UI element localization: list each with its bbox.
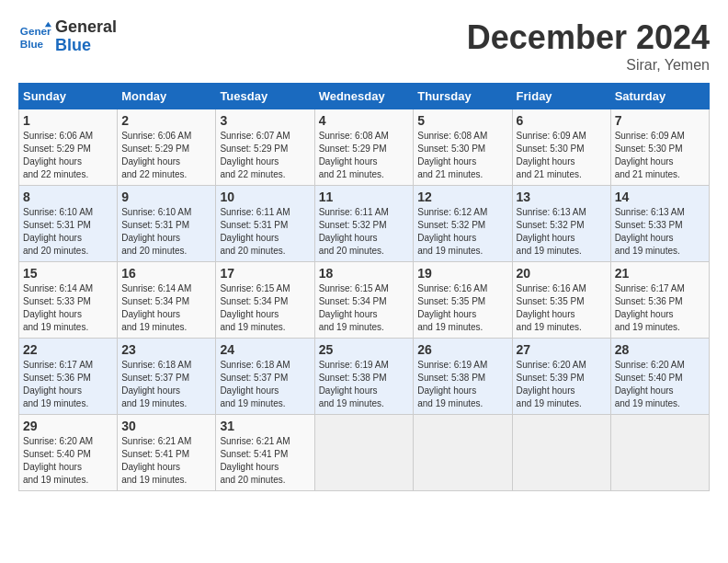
day-info: Sunrise: 6:11 AM Sunset: 5:31 PM Dayligh…	[220, 206, 310, 258]
day-info: Sunrise: 6:11 AM Sunset: 5:32 PM Dayligh…	[319, 206, 410, 258]
header-tuesday: Tuesday	[216, 84, 314, 109]
day-info: Sunrise: 6:12 AM Sunset: 5:32 PM Dayligh…	[417, 206, 507, 258]
header-wednesday: Wednesday	[314, 84, 414, 109]
calendar-cell	[610, 415, 709, 491]
day-number: 26	[417, 342, 507, 357]
calendar-cell	[512, 415, 610, 491]
day-number: 24	[220, 342, 310, 357]
day-info: Sunrise: 6:16 AM Sunset: 5:35 PM Dayligh…	[517, 282, 607, 334]
calendar-cell: 5 Sunrise: 6:08 AM Sunset: 5:30 PM Dayli…	[414, 109, 512, 186]
day-number: 1	[23, 113, 113, 128]
day-info: Sunrise: 6:20 AM Sunset: 5:39 PM Dayligh…	[517, 359, 607, 410]
calendar-cell: 14 Sunrise: 6:13 AM Sunset: 5:33 PM Dayl…	[610, 186, 709, 262]
day-info: Sunrise: 6:19 AM Sunset: 5:38 PM Dayligh…	[319, 359, 410, 410]
day-number: 12	[417, 190, 507, 204]
page-header: General Blue General Blue December 2024 …	[18, 18, 710, 74]
calendar-cell: 9 Sunrise: 6:10 AM Sunset: 5:31 PM Dayli…	[118, 186, 216, 262]
day-number: 16	[121, 266, 211, 281]
day-number: 18	[319, 266, 410, 281]
calendar-cell	[414, 415, 512, 491]
day-info: Sunrise: 6:20 AM Sunset: 5:40 PM Dayligh…	[615, 359, 705, 410]
day-info: Sunrise: 6:17 AM Sunset: 5:36 PM Dayligh…	[615, 282, 705, 334]
calendar-table: SundayMondayTuesdayWednesdayThursdayFrid…	[18, 83, 710, 491]
calendar-cell: 21 Sunrise: 6:17 AM Sunset: 5:36 PM Dayl…	[610, 262, 709, 339]
calendar-cell: 8 Sunrise: 6:10 AM Sunset: 5:31 PM Dayli…	[19, 186, 118, 262]
day-number: 4	[319, 113, 410, 128]
day-info: Sunrise: 6:18 AM Sunset: 5:37 PM Dayligh…	[121, 359, 211, 410]
day-info: Sunrise: 6:13 AM Sunset: 5:33 PM Dayligh…	[615, 206, 705, 258]
day-number: 2	[121, 113, 211, 128]
day-info: Sunrise: 6:15 AM Sunset: 5:34 PM Dayligh…	[220, 282, 310, 334]
calendar-week-1: 1 Sunrise: 6:06 AM Sunset: 5:29 PM Dayli…	[19, 109, 710, 186]
calendar-cell: 20 Sunrise: 6:16 AM Sunset: 5:35 PM Dayl…	[512, 262, 610, 339]
calendar-week-2: 8 Sunrise: 6:10 AM Sunset: 5:31 PM Dayli…	[19, 186, 710, 262]
day-number: 23	[121, 342, 211, 357]
day-number: 25	[319, 342, 410, 357]
day-info: Sunrise: 6:15 AM Sunset: 5:34 PM Dayligh…	[319, 282, 410, 334]
calendar-cell: 10 Sunrise: 6:11 AM Sunset: 5:31 PM Dayl…	[216, 186, 314, 262]
day-number: 19	[417, 266, 507, 281]
calendar-cell: 18 Sunrise: 6:15 AM Sunset: 5:34 PM Dayl…	[314, 262, 414, 339]
calendar-cell: 13 Sunrise: 6:13 AM Sunset: 5:32 PM Dayl…	[512, 186, 610, 262]
calendar-cell: 17 Sunrise: 6:15 AM Sunset: 5:34 PM Dayl…	[216, 262, 314, 339]
calendar-cell: 11 Sunrise: 6:11 AM Sunset: 5:32 PM Dayl…	[314, 186, 414, 262]
calendar-cell: 19 Sunrise: 6:16 AM Sunset: 5:35 PM Dayl…	[414, 262, 512, 339]
day-info: Sunrise: 6:16 AM Sunset: 5:35 PM Dayligh…	[417, 282, 507, 334]
day-info: Sunrise: 6:06 AM Sunset: 5:29 PM Dayligh…	[23, 130, 113, 181]
calendar-week-4: 22 Sunrise: 6:17 AM Sunset: 5:36 PM Dayl…	[19, 339, 710, 415]
day-number: 9	[121, 190, 211, 204]
calendar-cell	[314, 415, 414, 491]
calendar-cell: 1 Sunrise: 6:06 AM Sunset: 5:29 PM Dayli…	[19, 109, 118, 186]
header-thursday: Thursday	[414, 84, 512, 109]
header-friday: Friday	[512, 84, 610, 109]
calendar-cell: 31 Sunrise: 6:21 AM Sunset: 5:41 PM Dayl…	[216, 415, 314, 491]
day-number: 17	[220, 266, 310, 281]
calendar-week-3: 15 Sunrise: 6:14 AM Sunset: 5:33 PM Dayl…	[19, 262, 710, 339]
month-title: December 2024	[467, 18, 710, 57]
day-info: Sunrise: 6:17 AM Sunset: 5:36 PM Dayligh…	[23, 359, 113, 410]
day-number: 14	[615, 190, 705, 204]
day-number: 10	[220, 190, 310, 204]
header-saturday: Saturday	[610, 84, 709, 109]
calendar-cell: 29 Sunrise: 6:20 AM Sunset: 5:40 PM Dayl…	[19, 415, 118, 491]
day-info: Sunrise: 6:08 AM Sunset: 5:29 PM Dayligh…	[319, 130, 410, 181]
calendar-cell: 27 Sunrise: 6:20 AM Sunset: 5:39 PM Dayl…	[512, 339, 610, 415]
day-info: Sunrise: 6:18 AM Sunset: 5:37 PM Dayligh…	[220, 359, 310, 410]
calendar-cell: 3 Sunrise: 6:07 AM Sunset: 5:29 PM Dayli…	[216, 109, 314, 186]
calendar-cell: 15 Sunrise: 6:14 AM Sunset: 5:33 PM Dayl…	[19, 262, 118, 339]
day-number: 6	[517, 113, 607, 128]
day-info: Sunrise: 6:19 AM Sunset: 5:38 PM Dayligh…	[417, 359, 507, 410]
day-info: Sunrise: 6:10 AM Sunset: 5:31 PM Dayligh…	[121, 206, 211, 258]
calendar-cell: 24 Sunrise: 6:18 AM Sunset: 5:37 PM Dayl…	[216, 339, 314, 415]
day-number: 5	[417, 113, 507, 128]
day-info: Sunrise: 6:10 AM Sunset: 5:31 PM Dayligh…	[23, 206, 113, 258]
day-info: Sunrise: 6:06 AM Sunset: 5:29 PM Dayligh…	[121, 130, 211, 181]
day-number: 31	[220, 419, 310, 433]
day-info: Sunrise: 6:13 AM Sunset: 5:32 PM Dayligh…	[517, 206, 607, 258]
header-sunday: Sunday	[19, 84, 118, 109]
day-number: 28	[615, 342, 705, 357]
logo-icon: General Blue	[18, 20, 51, 53]
day-number: 30	[121, 419, 211, 433]
day-number: 8	[23, 190, 113, 204]
day-number: 13	[517, 190, 607, 204]
calendar-cell: 4 Sunrise: 6:08 AM Sunset: 5:29 PM Dayli…	[314, 109, 414, 186]
title-block: December 2024 Sirar, Yemen	[467, 18, 710, 74]
day-info: Sunrise: 6:09 AM Sunset: 5:30 PM Dayligh…	[517, 130, 607, 181]
calendar-cell: 12 Sunrise: 6:12 AM Sunset: 5:32 PM Dayl…	[414, 186, 512, 262]
day-info: Sunrise: 6:14 AM Sunset: 5:34 PM Dayligh…	[121, 282, 211, 334]
calendar-cell: 28 Sunrise: 6:20 AM Sunset: 5:40 PM Dayl…	[610, 339, 709, 415]
logo: General Blue General Blue	[18, 18, 117, 55]
day-number: 3	[220, 113, 310, 128]
day-number: 15	[23, 266, 113, 281]
calendar-header-row: SundayMondayTuesdayWednesdayThursdayFrid…	[19, 84, 710, 109]
day-number: 22	[23, 342, 113, 357]
calendar-cell: 30 Sunrise: 6:21 AM Sunset: 5:41 PM Dayl…	[118, 415, 216, 491]
svg-text:Blue: Blue	[20, 37, 44, 49]
day-info: Sunrise: 6:09 AM Sunset: 5:30 PM Dayligh…	[615, 130, 705, 181]
calendar-week-5: 29 Sunrise: 6:20 AM Sunset: 5:40 PM Dayl…	[19, 415, 710, 491]
day-info: Sunrise: 6:21 AM Sunset: 5:41 PM Dayligh…	[121, 435, 211, 487]
day-number: 27	[517, 342, 607, 357]
day-info: Sunrise: 6:21 AM Sunset: 5:41 PM Dayligh…	[220, 435, 310, 487]
calendar-cell: 7 Sunrise: 6:09 AM Sunset: 5:30 PM Dayli…	[610, 109, 709, 186]
